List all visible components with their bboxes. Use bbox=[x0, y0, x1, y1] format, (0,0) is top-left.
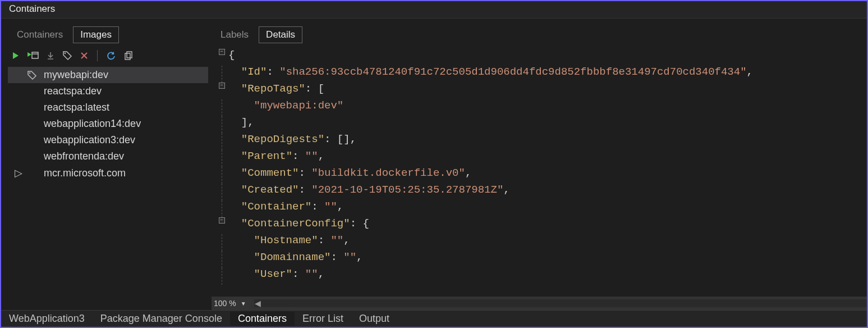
download-icon[interactable] bbox=[46, 51, 55, 60]
tab-labels[interactable]: Labels bbox=[214, 27, 255, 43]
image-label: mywebapi:dev bbox=[44, 69, 108, 81]
fold-toggle[interactable]: − bbox=[219, 217, 225, 224]
fold-toggle[interactable]: − bbox=[219, 83, 225, 89]
image-list-item[interactable]: webfrontenda:dev bbox=[8, 148, 208, 165]
image-label: webapplication3:dev bbox=[44, 134, 135, 146]
image-list-item[interactable]: reactspa:dev bbox=[8, 83, 208, 99]
sidebar-toolbar bbox=[8, 45, 208, 66]
expand-icon[interactable]: ▷ bbox=[15, 167, 22, 179]
scroll-left-icon[interactable]: ◀ bbox=[254, 299, 262, 307]
panel-titlebar[interactable]: Containers bbox=[1, 1, 867, 19]
image-label: reactspa:latest bbox=[44, 102, 109, 113]
zoom-bar: 100 % ▼ ◀ bbox=[212, 297, 867, 310]
svg-marker-1 bbox=[27, 52, 31, 57]
svg-rect-6 bbox=[125, 53, 130, 60]
sidebar-tabs: Containers Images bbox=[10, 26, 208, 43]
image-label: reactspa:dev bbox=[44, 85, 102, 97]
copy-icon[interactable] bbox=[123, 51, 134, 61]
btab-error-list[interactable]: Error List bbox=[295, 312, 351, 326]
image-label: webfrontenda:dev bbox=[44, 151, 124, 162]
image-label: mcr.microsoft.com bbox=[44, 167, 126, 179]
panel-title: Containers bbox=[9, 3, 61, 14]
btab-containers[interactable]: Containers bbox=[230, 312, 295, 326]
json-editor[interactable]: −{ "Id": "sha256:93ccb4781240f91c72c505d… bbox=[212, 49, 867, 297]
horizontal-scrollbar[interactable]: ◀ bbox=[254, 299, 867, 307]
zoom-dropdown-icon[interactable]: ▼ bbox=[241, 300, 246, 307]
btab-package-manager[interactable]: Package Manager Console bbox=[93, 312, 230, 326]
image-list-item[interactable]: webapplication14:dev bbox=[8, 116, 208, 132]
btab-webapplication3[interactable]: WebApplication3 bbox=[1, 312, 93, 326]
refresh-icon[interactable] bbox=[106, 51, 116, 61]
svg-rect-7 bbox=[127, 52, 132, 58]
fold-toggle[interactable]: − bbox=[219, 49, 225, 55]
tag-icon bbox=[27, 70, 39, 80]
main-panel: Labels Details −{ "Id": "sha256:93ccb478… bbox=[212, 19, 867, 310]
bottom-tool-tabs: WebApplication3 Package Manager Console … bbox=[1, 310, 867, 327]
image-list-item[interactable]: ▷ mcr.microsoft.com bbox=[8, 165, 208, 181]
play-icon[interactable] bbox=[11, 51, 20, 60]
svg-point-8 bbox=[29, 72, 30, 73]
image-list-item[interactable]: webapplication3:dev bbox=[8, 132, 208, 148]
sidebar: Containers Images bbox=[1, 19, 212, 310]
svg-rect-2 bbox=[32, 52, 38, 58]
image-list-item[interactable]: reactspa:latest bbox=[8, 99, 208, 116]
tag-icon[interactable] bbox=[62, 51, 72, 61]
detail-tabs: Labels Details bbox=[214, 22, 867, 47]
play-window-icon[interactable] bbox=[27, 51, 39, 60]
svg-marker-0 bbox=[13, 52, 19, 59]
btab-output[interactable]: Output bbox=[351, 312, 397, 326]
svg-point-4 bbox=[65, 53, 66, 54]
image-label: webapplication14:dev bbox=[44, 118, 141, 130]
image-list-item[interactable]: mywebapi:dev bbox=[8, 67, 208, 83]
tab-details[interactable]: Details bbox=[259, 26, 302, 43]
image-list: mywebapi:dev reactspa:dev reactspa:lates… bbox=[8, 67, 208, 310]
tab-containers[interactable]: Containers bbox=[10, 27, 70, 43]
tab-images[interactable]: Images bbox=[73, 26, 119, 43]
toolbar-separator bbox=[97, 50, 98, 61]
zoom-level[interactable]: 100 % bbox=[214, 299, 236, 308]
delete-icon[interactable] bbox=[80, 51, 89, 60]
